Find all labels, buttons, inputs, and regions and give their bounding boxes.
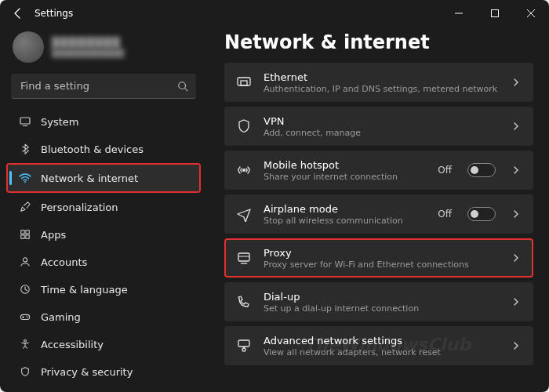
settings-cards: Ethernet Authentication, IP and DNS sett… xyxy=(224,63,533,365)
page-title: Settings xyxy=(35,8,73,19)
chevron-right-icon xyxy=(511,295,522,310)
sidebar-item-label: System xyxy=(41,116,78,128)
sidebar-item-apps[interactable]: Apps xyxy=(8,221,199,248)
toggle-state-label: Off xyxy=(438,165,452,176)
window-controls xyxy=(441,0,549,27)
sidebar-item-label: Time & language xyxy=(41,284,128,296)
search-icon xyxy=(177,80,188,95)
card-subtitle: Share your internet connection xyxy=(264,172,427,182)
maximize-button[interactable] xyxy=(477,0,513,27)
titlebar: Settings xyxy=(0,0,549,27)
close-button[interactable] xyxy=(513,0,549,27)
vpn-icon xyxy=(235,118,253,135)
sidebar-item-privacy[interactable]: Privacy & security xyxy=(8,358,199,385)
chevron-right-icon xyxy=(511,163,522,178)
svg-point-19 xyxy=(27,318,28,318)
svg-rect-15 xyxy=(20,314,29,319)
system-icon xyxy=(19,115,31,128)
svg-point-8 xyxy=(24,181,26,183)
minimize-button[interactable] xyxy=(441,0,477,27)
airplane-toggle[interactable] xyxy=(467,207,496,221)
sidebar-item-label: Privacy & security xyxy=(41,366,133,378)
settings-window: Settings ████████ ████████████ xyxy=(0,0,549,392)
svg-point-28 xyxy=(242,348,245,351)
advanced-network-icon xyxy=(235,337,253,354)
svg-rect-10 xyxy=(26,230,29,234)
sidebar-item-label: Accounts xyxy=(41,256,87,268)
card-title: Mobile hotspot xyxy=(264,159,427,171)
personalization-icon xyxy=(19,201,31,213)
sidebar-item-update[interactable]: Windows Update xyxy=(8,386,199,392)
card-dialup[interactable]: Dial-up Set up a dial-up internet connec… xyxy=(224,282,533,321)
highlight-rect-sidebar: Network & internet xyxy=(6,163,201,193)
sidebar-item-label: Bluetooth & devices xyxy=(41,143,144,155)
chevron-right-icon xyxy=(511,251,522,266)
sidebar-item-accounts[interactable]: Accounts xyxy=(8,249,199,275)
svg-rect-11 xyxy=(21,235,24,238)
chevron-right-icon xyxy=(511,119,522,134)
svg-point-18 xyxy=(26,316,27,317)
dialup-icon xyxy=(235,293,253,310)
bluetooth-icon xyxy=(19,143,31,155)
card-airplane-mode[interactable]: Airplane mode Stop all wireless communic… xyxy=(224,194,533,234)
sidebar-item-label: Personalization xyxy=(41,201,118,213)
svg-rect-1 xyxy=(492,10,499,17)
card-title: Advanced network settings xyxy=(264,335,500,347)
nav: System Bluetooth & devices Network & int… xyxy=(8,108,199,392)
svg-point-13 xyxy=(23,258,27,262)
svg-rect-27 xyxy=(238,340,249,347)
accessibility-icon xyxy=(19,338,31,350)
search-input[interactable] xyxy=(11,74,196,99)
hotspot-toggle[interactable] xyxy=(467,163,496,177)
sidebar-item-time-language[interactable]: Time & language xyxy=(8,276,199,303)
svg-line-5 xyxy=(185,89,188,92)
card-subtitle: Stop all wireless communication xyxy=(264,216,427,226)
proxy-icon xyxy=(235,249,253,267)
card-advanced-network[interactable]: Advanced network settings View all netwo… xyxy=(224,326,533,365)
sidebar-item-label: Gaming xyxy=(41,311,81,323)
card-mobile-hotspot[interactable]: Mobile hotspot Share your internet conne… xyxy=(224,151,533,190)
user-email: ████████████ xyxy=(52,49,124,57)
wifi-icon xyxy=(19,172,31,184)
sidebar-item-system[interactable]: System xyxy=(8,108,199,135)
avatar xyxy=(13,31,44,63)
card-vpn[interactable]: VPN Add, connect, manage xyxy=(224,107,533,146)
svg-rect-22 xyxy=(241,81,247,85)
user-name: ████████ xyxy=(52,37,124,49)
sidebar-item-label: Network & internet xyxy=(41,172,138,184)
ethernet-icon xyxy=(235,74,253,91)
chevron-right-icon xyxy=(511,75,522,90)
back-button[interactable] xyxy=(6,2,30,25)
card-ethernet[interactable]: Ethernet Authentication, IP and DNS sett… xyxy=(224,63,533,102)
card-proxy[interactable]: Proxy Proxy server for Wi-Fi and Etherne… xyxy=(224,238,533,278)
sidebar-item-bluetooth[interactable]: Bluetooth & devices xyxy=(8,136,199,162)
sidebar-item-personalization[interactable]: Personalization xyxy=(8,194,199,220)
sidebar-item-accessibility[interactable]: Accessibility xyxy=(8,331,199,358)
card-title: VPN xyxy=(264,115,500,127)
sidebar-item-label: Accessibility xyxy=(41,339,104,350)
user-account-row[interactable]: ████████ ████████████ xyxy=(8,28,199,71)
sidebar-item-gaming[interactable]: Gaming xyxy=(8,303,199,330)
card-subtitle: Add, connect, manage xyxy=(264,128,500,138)
sidebar-item-network[interactable]: Network & internet xyxy=(8,165,199,191)
chevron-right-icon xyxy=(511,207,522,222)
main-content: Network & internet Ethernet Authenticati… xyxy=(207,27,549,392)
card-subtitle: Set up a dial-up internet connection xyxy=(264,303,500,314)
card-title: Airplane mode xyxy=(264,203,427,215)
chevron-right-icon xyxy=(511,339,522,354)
card-title: Proxy xyxy=(264,247,500,259)
card-subtitle: View all network adapters, network reset xyxy=(264,347,500,358)
time-icon xyxy=(19,283,31,296)
svg-point-4 xyxy=(179,82,186,89)
privacy-icon xyxy=(19,365,31,378)
accounts-icon xyxy=(19,256,31,268)
apps-icon xyxy=(19,228,31,241)
card-title: Ethernet xyxy=(264,71,500,83)
svg-rect-21 xyxy=(238,78,250,85)
main-heading: Network & internet xyxy=(224,31,533,53)
sidebar: ████████ ████████████ System Bluetooth &… xyxy=(0,27,207,392)
svg-point-23 xyxy=(242,169,245,172)
card-subtitle: Authentication, IP and DNS settings, met… xyxy=(264,84,500,94)
gaming-icon xyxy=(19,310,31,323)
search-container xyxy=(11,74,196,99)
